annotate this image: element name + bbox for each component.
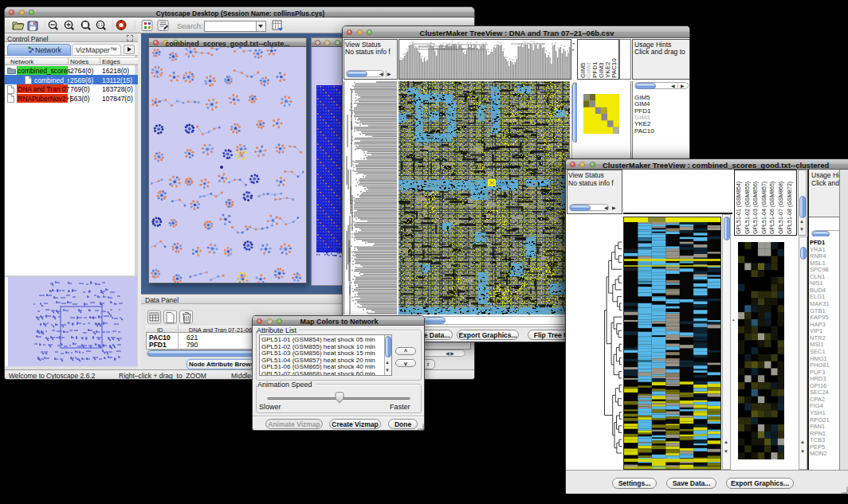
svg-text:GPL51-07 (GSM868): GPL51-07 (GSM868): [778, 182, 784, 234]
svg-text:GPL51-01 (GSM854): GPL51-01 (GSM854): [736, 182, 742, 234]
svg-text:1:1: 1:1: [98, 23, 104, 27]
svg-text:PAC10: PAC10: [610, 58, 618, 78]
svg-text:GPL51-03 (GSM856): GPL51-03 (GSM856): [752, 182, 759, 234]
svg-text:GPL51-02 (GSM855): GPL51-02 (GSM855): [744, 182, 751, 234]
svg-text:GPL51-08 (GSM872): GPL51-08 (GSM872): [787, 182, 793, 234]
svg-text:GPL51-04 (GSM857): GPL51-04 (GSM857): [761, 182, 768, 234]
svg-text:GPL51-06 (GSM865): GPL51-06 (GSM865): [769, 182, 775, 234]
